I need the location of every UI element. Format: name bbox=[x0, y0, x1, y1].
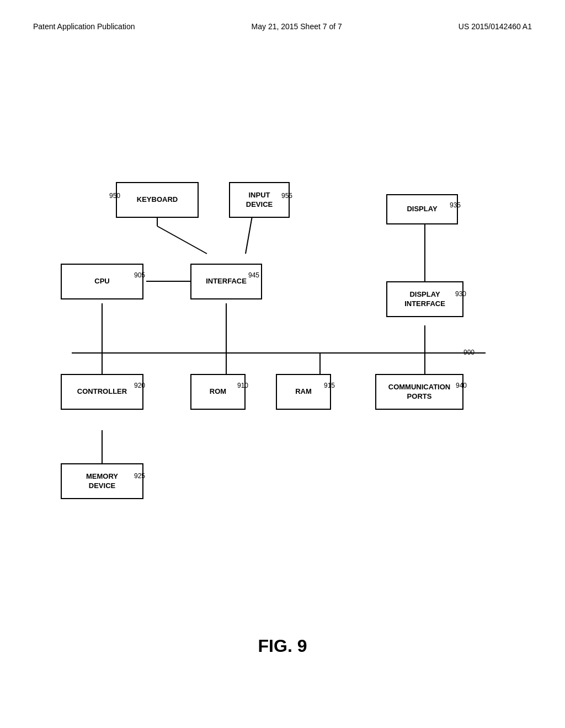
diagram: KEYBOARD 950 INPUT DEVICE 955 DISPLAY 93… bbox=[44, 110, 519, 507]
memory-device-ref: 925 bbox=[134, 472, 145, 480]
header-left: Patent Application Publication bbox=[33, 22, 135, 31]
keyboard-ref: 950 bbox=[109, 192, 120, 200]
display-ref: 935 bbox=[450, 201, 461, 209]
keyboard-box: KEYBOARD bbox=[116, 182, 199, 218]
comm-ports-ref: 940 bbox=[456, 382, 467, 389]
ram-ref: 915 bbox=[324, 382, 335, 389]
header-right: US 2015/0142460 A1 bbox=[459, 22, 532, 31]
rom-box: ROM bbox=[190, 374, 246, 410]
rom-ref: 910 bbox=[237, 382, 248, 389]
input-device-box: INPUT DEVICE bbox=[229, 182, 290, 218]
display-box: DISPLAY bbox=[386, 194, 458, 224]
controller-box: CONTROLLER bbox=[61, 374, 143, 410]
svg-line-5 bbox=[157, 226, 207, 254]
figure-label: FIG. 9 bbox=[258, 636, 307, 656]
interface-box: INTERFACE bbox=[190, 264, 262, 299]
interface-ref: 945 bbox=[248, 271, 259, 279]
header-middle: May 21, 2015 Sheet 7 of 7 bbox=[252, 22, 342, 31]
controller-ref: 920 bbox=[134, 382, 145, 389]
cpu-ref: 905 bbox=[134, 271, 145, 279]
display-interface-box: DISPLAY INTERFACE bbox=[386, 281, 463, 317]
cpu-box: CPU bbox=[61, 264, 143, 299]
comm-ports-box: COMMUNICATION PORTS bbox=[375, 374, 463, 410]
system-ref: 900 bbox=[463, 349, 475, 356]
page-header: Patent Application Publication May 21, 2… bbox=[0, 0, 565, 31]
display-interface-ref: 930 bbox=[455, 290, 466, 298]
input-device-ref: 955 bbox=[281, 192, 292, 200]
memory-device-box: MEMORY DEVICE bbox=[61, 463, 143, 499]
ram-box: RAM bbox=[276, 374, 331, 410]
